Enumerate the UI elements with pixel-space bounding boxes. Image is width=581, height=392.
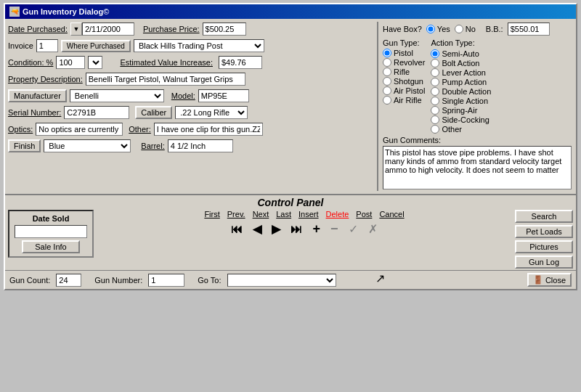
air-pistol-radio[interactable] xyxy=(383,86,391,95)
shotgun-row: Shotgun xyxy=(383,77,425,86)
delete-nav-label[interactable]: Delete xyxy=(326,210,349,219)
search-btn[interactable]: Search xyxy=(515,210,573,223)
condition-label: Condition: % xyxy=(8,58,53,67)
action-type-group: Semi-Auto Bolt Action Lever Action xyxy=(431,49,491,134)
side-cocking-row: Side-Cocking xyxy=(431,115,491,124)
invoice-label: Invoice xyxy=(8,41,33,50)
last-nav-label[interactable]: Last xyxy=(276,210,291,219)
condition-input[interactable] xyxy=(56,56,85,69)
row-finish: Finish Blue Barrel: xyxy=(8,139,374,153)
serial-input[interactable] xyxy=(64,106,129,119)
insert-icon[interactable]: + xyxy=(312,221,320,237)
rifle-radio[interactable] xyxy=(383,68,391,76)
where-purchased-select[interactable]: Black Hills Trading Post xyxy=(134,39,264,52)
prev-nav-label[interactable]: Prev. xyxy=(227,210,245,219)
gun-type-group: Pistol Revolver Rifle Shotgun xyxy=(383,49,425,105)
cancel-nav-label[interactable]: Cancel xyxy=(379,210,404,219)
insert-nav-label[interactable]: Insert xyxy=(298,210,319,219)
pistol-radio[interactable] xyxy=(383,49,391,57)
control-panel-area: Control Panel Date Sold Sale Info First … xyxy=(5,195,576,270)
revolver-row: Revolver xyxy=(383,58,425,67)
side-cocking-radio[interactable] xyxy=(431,115,439,124)
pistol-label: Pistol xyxy=(394,49,413,57)
gun-comments-textarea[interactable]: This pistol has stove pipe problems. I h… xyxy=(383,146,572,189)
finish-btn[interactable]: Finish xyxy=(8,139,41,152)
title-bar: 🔫 Gun Inventory Dialog© xyxy=(5,4,576,19)
invoice-input[interactable]: 1 xyxy=(36,39,58,52)
where-purchased-btn[interactable]: Where Purchased xyxy=(61,40,131,52)
finish-select[interactable]: Blue xyxy=(44,139,131,152)
no-radio[interactable] xyxy=(455,25,463,33)
row-invoice: Invoice 1 Where Purchased Black Hills Tr… xyxy=(8,38,374,53)
bolt-action-radio[interactable] xyxy=(431,59,439,68)
prev-icon[interactable]: ◀ xyxy=(253,222,261,236)
gun-number-input[interactable] xyxy=(148,274,184,287)
semi-auto-row: Semi-Auto xyxy=(431,49,491,58)
date-input[interactable]: 2/11/2000 xyxy=(82,23,134,36)
revolver-radio[interactable] xyxy=(383,58,391,67)
cancel-icon[interactable]: ✗ xyxy=(368,222,378,236)
date-dropdown-btn[interactable]: ▼ xyxy=(70,23,82,36)
lever-action-radio[interactable] xyxy=(431,68,439,77)
property-label: Property Description: xyxy=(8,75,83,83)
pump-action-radio[interactable] xyxy=(431,78,439,86)
other-action-label: Other xyxy=(442,125,462,134)
last-icon[interactable]: ⏭ xyxy=(290,223,302,236)
gun-type-section: Gun Type: Pistol Revolver Rifle xyxy=(383,38,425,134)
rifle-row: Rifle xyxy=(383,68,425,76)
spring-air-radio[interactable] xyxy=(431,106,439,115)
action-type-label: Action Type: xyxy=(431,38,491,47)
pet-loads-btn[interactable]: Pet Loads xyxy=(515,225,573,238)
gun-action-row: Gun Type: Pistol Revolver Rifle xyxy=(383,38,573,134)
next-icon[interactable]: ▶ xyxy=(272,222,280,236)
property-input[interactable] xyxy=(86,73,245,86)
no-label: No xyxy=(466,25,476,33)
gun-log-btn[interactable]: Gun Log xyxy=(515,256,573,269)
purchase-price-label: Purchase Price: xyxy=(143,25,200,33)
row-property: Property Description: xyxy=(8,72,374,86)
action-type-section: Action Type: Semi-Auto Bolt Action Le xyxy=(431,38,491,134)
bb-display: $550.01 xyxy=(508,23,550,36)
caliber-select[interactable]: .22 Long Rifle xyxy=(175,106,248,119)
other-label: Other: xyxy=(129,125,151,134)
main-dialog: 🔫 Gun Inventory Dialog© Date Purchased: … xyxy=(4,3,577,290)
post-icon[interactable]: ✓ xyxy=(349,222,358,236)
barrel-input[interactable] xyxy=(168,139,233,152)
no-radio-label: No xyxy=(455,25,476,33)
air-pistol-label: Air Pistol xyxy=(394,86,425,95)
semi-auto-radio[interactable] xyxy=(431,49,439,58)
other-input[interactable] xyxy=(154,123,263,136)
pictures-btn[interactable]: Pictures xyxy=(515,240,573,253)
post-nav-label[interactable]: Post xyxy=(356,210,372,219)
air-pistol-row: Air Pistol xyxy=(383,86,425,95)
other-action-radio[interactable] xyxy=(431,125,439,134)
shotgun-radio[interactable] xyxy=(383,77,391,86)
close-btn[interactable]: 🚪 Close xyxy=(527,273,572,287)
double-action-row: Double Action xyxy=(431,87,491,96)
gun-count-input[interactable] xyxy=(56,274,81,287)
row-optics: Optics: Other: xyxy=(8,122,374,136)
pistol-row: Pistol xyxy=(383,49,425,57)
gun-comments-section: Gun Comments: This pistol has stove pipe… xyxy=(383,136,573,191)
manufacturer-select[interactable]: Benelli xyxy=(70,89,164,102)
first-icon[interactable]: ⏮ xyxy=(231,223,243,236)
air-rifle-radio[interactable] xyxy=(383,96,391,105)
manufacturer-btn[interactable]: Manufacturer xyxy=(8,89,67,102)
optics-input[interactable] xyxy=(36,123,123,136)
double-action-radio[interactable] xyxy=(431,87,439,96)
caliber-btn[interactable]: Caliber xyxy=(135,106,172,119)
sale-info-btn[interactable]: Sale Info xyxy=(22,240,80,253)
single-action-radio[interactable] xyxy=(431,97,439,105)
delete-icon[interactable]: − xyxy=(330,221,338,237)
model-input[interactable] xyxy=(198,89,249,102)
first-nav-label[interactable]: First xyxy=(204,210,219,219)
next-nav-label[interactable]: Next xyxy=(253,210,269,219)
condition-select[interactable] xyxy=(88,56,102,69)
control-panel-inner: Date Sold Sale Info First Prev. Next Las… xyxy=(8,210,573,269)
title-icon: 🔫 xyxy=(9,7,20,17)
date-sold-input[interactable] xyxy=(15,225,87,238)
lever-action-row: Lever Action xyxy=(431,68,491,77)
shotgun-label: Shotgun xyxy=(394,77,423,86)
yes-radio[interactable] xyxy=(426,25,435,33)
go-to-select[interactable] xyxy=(227,274,336,287)
